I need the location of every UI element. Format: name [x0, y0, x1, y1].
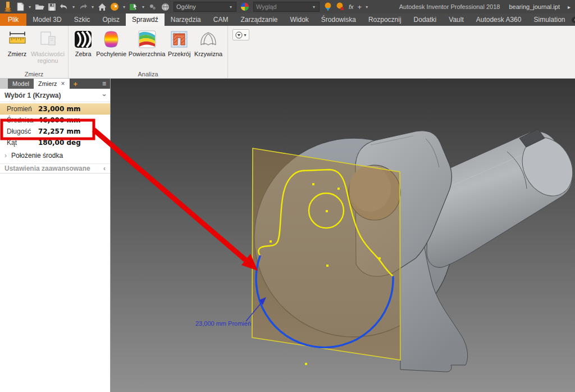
- tab-simulation[interactable]: Simulation: [527, 13, 571, 26]
- ribbon-panel-analiza: Zebra Pochylenie: [69, 26, 228, 78]
- select-caret[interactable]: ▾: [140, 4, 146, 10]
- chevron-left-icon: ‹: [103, 165, 106, 172]
- zebra-button[interactable]: Zebra: [72, 28, 94, 57]
- ribbon-tabbar: Plik Model 3D Szkic Opisz Sprawdź Narzęd…: [0, 13, 575, 26]
- browser-tabbar: Model Zmierz × + ≡: [0, 79, 110, 89]
- undo-icon[interactable]: [58, 1, 70, 12]
- section-plane[interactable]: [252, 148, 400, 360]
- tab-szkic[interactable]: Szkic: [68, 13, 97, 26]
- zebra-icon: [74, 30, 93, 49]
- tab-narzedzia[interactable]: Narzędzia: [165, 13, 207, 26]
- browser-panel: Model Zmierz × + ≡ Wybór 1 (Krzywa) › Pr…: [0, 79, 111, 392]
- appearance-clear-icon[interactable]: [335, 1, 346, 12]
- display-mode-icon: [235, 31, 243, 39]
- browser-tab-model[interactable]: Model: [8, 79, 34, 89]
- add-qat-icon[interactable]: +: [357, 3, 363, 11]
- tab-autodesk-a360[interactable]: Autodesk A360: [470, 13, 528, 26]
- selection-header[interactable]: Wybór 1 (Krzywa) ›: [0, 89, 110, 102]
- surface-analysis-button[interactable]: Powierzchnia: [128, 28, 166, 57]
- measurement-results: Promień 23,000 mm Średnica 46,000 mm Dłu…: [0, 103, 110, 148]
- material-dots-icon[interactable]: [147, 1, 158, 12]
- update-icon[interactable]: [109, 1, 120, 12]
- titlebar: PRO ▾ ▾ ▾ ▾ ▾: [0, 0, 575, 13]
- screencast-icon[interactable]: [572, 17, 575, 23]
- update-caret[interactable]: ▾: [121, 4, 127, 10]
- region-properties-icon: [38, 30, 57, 49]
- inventor-logo-icon[interactable]: PRO: [2, 1, 13, 12]
- tab-rozpocznij[interactable]: Rozpocznij: [362, 13, 408, 26]
- row-dlugosc[interactable]: Długość 72,257 mm: [0, 126, 110, 137]
- new-file-caret[interactable]: ▾: [27, 4, 33, 10]
- row-srednica[interactable]: Średnica 46,000 mm: [0, 115, 110, 126]
- chevron-right-icon: ›: [4, 152, 7, 159]
- tab-sprawdz[interactable]: Sprawdź: [126, 13, 165, 26]
- window-title: Autodesk Inventor Professional 2018 bear…: [399, 3, 560, 10]
- tab-dodatki[interactable]: Dodatki: [408, 13, 443, 26]
- close-tab-icon[interactable]: ×: [61, 80, 65, 88]
- surface-analysis-icon: [138, 30, 157, 49]
- chevron-down-icon: ›: [100, 94, 108, 96]
- panel-title-analiza[interactable]: Analiza: [69, 71, 227, 78]
- browser-tab-add[interactable]: +: [70, 79, 82, 89]
- globe-icon[interactable]: [159, 1, 171, 12]
- draft-analysis-icon: [102, 30, 121, 49]
- tab-cam[interactable]: CAM: [207, 13, 235, 26]
- appearance-combo[interactable]: Wygląd ▾: [253, 2, 320, 12]
- region-properties-button: Właściwościregionu: [31, 28, 65, 64]
- browser-tab-zmierz[interactable]: Zmierz ×: [34, 79, 70, 89]
- draft-analysis-button[interactable]: Pochylenie: [94, 28, 128, 57]
- measure-button[interactable]: Zmierz: [3, 28, 31, 57]
- open-folder-icon[interactable]: [34, 1, 45, 12]
- home-icon[interactable]: [97, 1, 108, 12]
- ribbon-panel-area: Zmierz Właściwościregionu Zmierz: [0, 26, 575, 79]
- browser-menu-icon[interactable]: ≡: [98, 79, 110, 89]
- row-promien[interactable]: Promień 23,000 mm: [0, 103, 110, 115]
- row-kat[interactable]: Kąt 180,00 deg: [0, 137, 110, 148]
- undo-caret[interactable]: ▾: [71, 4, 76, 10]
- tab-model-3d[interactable]: Model 3D: [26, 13, 67, 26]
- document-name: bearing_journal.ipt: [509, 3, 560, 10]
- redo-icon[interactable]: [77, 1, 89, 12]
- select-icon[interactable]: [128, 1, 139, 12]
- tab-vault[interactable]: Vault: [442, 13, 469, 26]
- viewport-3d[interactable]: 23,000 mm Promień: [111, 79, 575, 392]
- app-title: Autodesk Inventor Professional 2018: [399, 3, 500, 10]
- appearance-value: Wygląd: [256, 3, 311, 10]
- curvature-analysis-icon: [199, 30, 218, 49]
- section-analysis-icon: [170, 30, 189, 49]
- qat-overflow-caret[interactable]: ▾: [364, 4, 369, 10]
- material-preset-value: Ogólny: [176, 3, 228, 10]
- ribbon-panel-zmierz: Zmierz Właściwościregionu Zmierz: [0, 26, 69, 78]
- tab-widok[interactable]: Widok: [284, 13, 315, 26]
- tab-opisz[interactable]: Opisz: [96, 13, 126, 26]
- material-preset-combo[interactable]: Ogólny ▾: [174, 2, 236, 12]
- tab-zarzadzanie[interactable]: Zarządzanie: [234, 13, 284, 26]
- new-file-icon[interactable]: [15, 1, 26, 12]
- tab-plik[interactable]: Plik: [0, 13, 26, 26]
- panel-title-zmierz[interactable]: Zmierz: [0, 71, 68, 78]
- appearance-filter-icon[interactable]: [322, 1, 334, 12]
- tab-srodowiska[interactable]: Środowiska: [315, 13, 362, 26]
- radius-annotation-text: 23,000 mm Promień: [195, 320, 251, 327]
- center-position-expander[interactable]: › Położenie środka: [0, 150, 110, 161]
- section-analysis-button[interactable]: Przekrój: [166, 28, 193, 57]
- color-wheel-icon[interactable]: [239, 1, 250, 12]
- measure-ruler-icon: [8, 30, 27, 49]
- svg-text:PRO: PRO: [6, 10, 10, 12]
- curvature-analysis-button[interactable]: Krzywizna: [193, 28, 224, 57]
- redo-caret[interactable]: ▾: [90, 4, 95, 10]
- parameters-fx-icon[interactable]: fx: [347, 3, 355, 10]
- advanced-settings-expander[interactable]: Ustawienia zaawansowane ‹: [0, 163, 110, 174]
- title-overflow-arrow[interactable]: ▸: [561, 4, 573, 10]
- inventor-window: PRO ▾ ▾ ▾ ▾ ▾: [0, 0, 575, 392]
- save-icon[interactable]: [46, 1, 57, 12]
- ribbon-display-dropdown[interactable]: ▾: [232, 29, 249, 40]
